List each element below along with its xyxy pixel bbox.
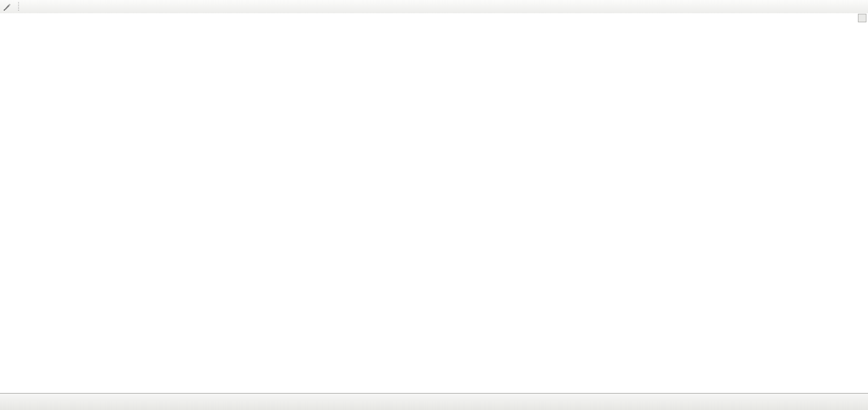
toolbar-grip-handle[interactable] (18, 2, 20, 11)
macd-panel-canvas[interactable] (0, 324, 868, 380)
rsi-panel-canvas[interactable] (0, 275, 868, 322)
top-toolbar (0, 0, 868, 14)
symbol-tab-bar (0, 393, 868, 410)
tab-scroll-right-button[interactable] (859, 398, 867, 406)
chart-draw-tool-icon (3, 3, 11, 11)
tab-scroll-arrows (851, 398, 867, 406)
trading-platform-window (0, 0, 868, 410)
date-axis (0, 380, 829, 393)
price-chart-canvas[interactable] (0, 22, 868, 274)
scroll-up-button[interactable] (858, 14, 866, 22)
chart-title-bar (0, 13, 868, 22)
tab-scroll-left-button[interactable] (851, 398, 859, 406)
chart-tool-button[interactable] (0, 3, 14, 11)
chart-window (0, 13, 868, 393)
